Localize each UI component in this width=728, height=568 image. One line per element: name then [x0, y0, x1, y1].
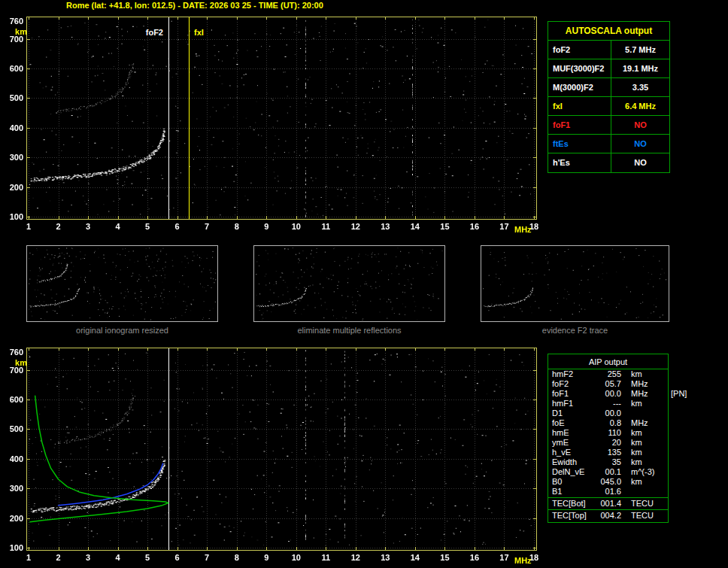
x-tick-label: 15	[440, 222, 449, 231]
param-unit: TECU	[621, 499, 654, 509]
main-ionogram-canvas	[26, 17, 537, 220]
x-tick-label: 4	[116, 222, 120, 231]
param-name: hmF1	[548, 399, 596, 409]
param-unit: km	[621, 428, 642, 438]
aip-row-B0: B0 045.0 km	[548, 477, 668, 487]
panel-eliminate-reflections	[253, 245, 445, 322]
eliminate-reflections-thumbnail	[254, 246, 444, 321]
param-name: D1	[548, 409, 596, 418]
x-tick-label: 17	[499, 222, 508, 231]
param-value: 004.2	[596, 511, 621, 521]
y-tick-label: 500	[4, 424, 23, 433]
pn-flag: [PN]	[671, 389, 687, 399]
param-label: foF1	[548, 116, 611, 134]
x-tick-label: 13	[381, 222, 390, 231]
table-row-ftEs: ftEs NO	[548, 135, 669, 153]
autoscala-table-header: AUTOSCALA output	[548, 22, 669, 41]
x-tick-label: 9	[264, 222, 268, 231]
aip-row-foF2: foF2 05.7 MHz	[548, 379, 668, 389]
autoscala-window: Rome (lat: +41.8, lon: 012.5) - DATE: 20…	[0, 0, 728, 568]
x-tick-label: 10	[292, 553, 301, 562]
aip-table-header: AIP output	[548, 354, 668, 369]
param-label: M(3000)F2	[548, 78, 611, 96]
x-tick-label: 12	[351, 553, 360, 562]
table-row-hEs: h'Es NO	[548, 153, 669, 172]
param-name: foE	[548, 418, 596, 428]
param-name: TEC[Bot]	[548, 499, 596, 509]
x-tick-label: 2	[56, 553, 60, 562]
tec-divider-bottom	[548, 509, 668, 510]
param-value: 3.35	[611, 78, 669, 96]
param-name: foF2	[548, 379, 596, 389]
x-tick-label: 2	[56, 222, 60, 231]
param-unit: MHz	[621, 379, 648, 389]
param-value: 05.7	[596, 379, 621, 389]
param-unit: TECU	[621, 511, 654, 521]
y-tick-label: 600	[4, 64, 23, 73]
foF2-marker-label: foF2	[132, 28, 165, 37]
y-axis-unit-label: km	[8, 27, 27, 36]
param-value: 00.1	[596, 467, 621, 477]
aip-row-hmE: hmE 110 km	[548, 428, 668, 438]
aip-row-hmF1: hmF1 --- km	[548, 399, 668, 409]
x-tick-label: 16	[470, 553, 479, 562]
param-unit: km	[621, 457, 642, 467]
y-tick-label: 200	[4, 514, 23, 523]
caption-eliminate-reflections: eliminate multiple reflections	[253, 326, 445, 335]
aip-row-ymE: ymE 20 km	[548, 438, 668, 448]
param-value: 135	[596, 448, 621, 457]
param-unit	[621, 409, 631, 418]
y-tick-label: 700	[4, 35, 23, 44]
param-label: fxI	[548, 97, 611, 115]
param-label: foF2	[548, 41, 611, 59]
window-title: Rome (lat: +41.8, lon: 012.5) - DATE: 20…	[66, 1, 323, 10]
x-tick-label: 16	[470, 222, 479, 231]
x-tick-label: 11	[321, 222, 330, 231]
fxI-marker-label: fxI	[193, 28, 205, 37]
x-tick-label: 12	[351, 222, 360, 231]
y-tick-label: 400	[4, 454, 23, 463]
param-name: TEC[Top]	[548, 511, 596, 521]
param-label: ftEs	[548, 135, 611, 153]
x-tick-label: 10	[292, 222, 301, 231]
aip-row-Ewidth: Ewidth 35 km	[548, 457, 668, 467]
x-tick-label: 5	[145, 553, 150, 562]
y-tick-label: 760	[4, 348, 23, 357]
y-tick-label: 500	[4, 93, 23, 102]
param-unit	[621, 487, 631, 497]
param-label: h'Es	[548, 153, 611, 172]
x-tick-label: 17	[499, 553, 508, 562]
panel-evidence-f2-trace	[481, 245, 669, 322]
param-value: 0.8	[596, 418, 621, 428]
aip-row-D1: D1 00.0	[548, 409, 668, 418]
x-tick-label: 18	[529, 553, 538, 562]
x-tick-label: 3	[86, 222, 90, 231]
param-value: 01.6	[596, 487, 621, 497]
param-name: B1	[548, 487, 596, 497]
x-tick-label: 1	[26, 222, 31, 231]
panel-original-ionogram	[26, 245, 218, 322]
aip-row-foF1: foF1 00.0 MHz [PN]	[548, 389, 668, 399]
param-value: NO	[611, 116, 669, 134]
y-tick-label: 300	[4, 484, 23, 493]
param-value: 255	[596, 369, 621, 379]
x-tick-label: 6	[175, 222, 180, 231]
y-tick-label: 400	[4, 123, 23, 132]
x-tick-label: 7	[205, 553, 209, 562]
aip-row-hmF2: hmF2 255 km	[548, 369, 668, 379]
param-name: B0	[548, 477, 596, 487]
aip-row-tec-bot: TEC[Bot] 001.4 TECU	[548, 499, 668, 509]
table-row-m3000f2: M(3000)F2 3.35	[548, 78, 669, 97]
param-unit: km	[621, 448, 642, 457]
aip-row-tec-top: TEC[Top] 004.2 TECU	[548, 511, 668, 521]
aip-row-foE: foE 0.8 MHz	[548, 418, 668, 428]
y-tick-label: 200	[4, 183, 23, 192]
param-value: 35	[596, 457, 621, 467]
param-value: 20	[596, 438, 621, 448]
x-tick-label: 8	[235, 222, 239, 231]
param-name: hmF2	[548, 369, 596, 379]
param-value: 00.0	[596, 389, 621, 399]
x-tick-label: 4	[116, 553, 120, 562]
y-tick-label: 760	[4, 17, 23, 26]
x-axis-unit-label: MHz	[514, 225, 532, 234]
